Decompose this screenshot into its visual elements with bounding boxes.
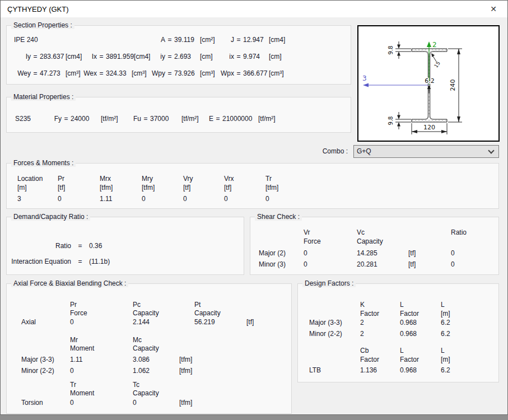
prop-value: 24000 xyxy=(71,115,101,123)
cell-value: 1.11 xyxy=(100,195,142,203)
design-factors-group: Design Factors : K L L Factor Factor [m]… xyxy=(297,283,499,382)
equals-sign: = xyxy=(234,53,243,60)
prop-value: 37000 xyxy=(150,115,181,123)
equals-sign: = xyxy=(213,115,222,123)
equals-sign: = xyxy=(165,36,174,44)
prop-Wex: Wex = 324.33 [cm³] xyxy=(80,69,147,77)
prop-value: 73.926 xyxy=(174,69,200,77)
forces-moments-group: Forces & Moments : Location Pr Mrx Mry V… xyxy=(6,163,499,209)
col-subheader: Force xyxy=(70,309,133,317)
bottom-flange-dimension xyxy=(395,112,411,129)
col-header: Tr xyxy=(70,381,133,389)
spacer xyxy=(259,228,304,236)
col-subheader: Force xyxy=(304,237,357,245)
titlebar[interactable]: ÇYTHYEDY (GKT) ✕ xyxy=(1,1,507,17)
ratio-value: 0.36 xyxy=(89,242,102,250)
web-thickness-label: 6.2 xyxy=(425,77,435,85)
cell-value: 2 xyxy=(360,319,400,326)
col-subheader: Capacity xyxy=(133,344,159,352)
col-subheader: Capacity xyxy=(194,309,221,317)
cell-value: 3 xyxy=(17,195,58,203)
cell-unit: [tf] xyxy=(408,260,451,268)
equals-sign: = xyxy=(31,53,40,60)
cell-value: 0 xyxy=(304,249,357,257)
prop-Fu: Fu = 37000 [tf/m²] xyxy=(128,115,199,123)
demand-capacity-group: Demand/Capacity Ratio : Ratio = 0.36 Int… xyxy=(6,217,244,275)
equals-sign: = xyxy=(97,69,106,77)
equals-sign: = xyxy=(31,69,40,77)
interaction-row: Interaction Equation = (11.1b) xyxy=(11,258,110,265)
axis-3-label: 3 xyxy=(362,74,367,82)
cell-value: 2 xyxy=(360,330,400,338)
cell-value: 0 xyxy=(224,195,265,203)
col-header: Pr xyxy=(58,175,100,183)
k-header-row: K L L xyxy=(309,301,445,309)
col-header: L xyxy=(400,301,441,309)
row-label: Major (3-3) xyxy=(21,356,70,363)
row-label: Minor (3) xyxy=(259,260,304,268)
cell-value: 6.2 xyxy=(441,330,450,338)
section-preview: 240 120 9.8 xyxy=(357,25,500,142)
combo-label: Combo : xyxy=(292,147,348,155)
cell-value: 6.2 xyxy=(441,366,450,374)
chevron-down-icon[interactable] xyxy=(488,147,494,153)
equals-sign: = xyxy=(71,258,89,265)
ratio-label: Ratio xyxy=(11,242,71,250)
col-header: Mrx xyxy=(100,175,142,183)
col-subheader: Moment xyxy=(70,389,133,397)
spacer xyxy=(408,228,451,236)
prop-unit: [cm] xyxy=(200,53,213,60)
shear-major-row: Major (2) 0 14.285 [tf] 0 xyxy=(259,249,455,257)
equals-sign: = xyxy=(71,242,89,250)
section-name: IPE 240 xyxy=(14,36,38,44)
shear-check-group: Shear Check : Vr Vc Ratio Force Capacity… xyxy=(250,217,499,275)
axial-subheader-row: Force Capacity Capacity xyxy=(21,309,221,317)
cell-value: 0 xyxy=(451,249,455,257)
prop-unit: [cm³] xyxy=(132,69,147,77)
cell-value: 0 xyxy=(265,195,269,203)
prop-unit: [cm³] xyxy=(269,69,284,77)
col-header: Location xyxy=(17,175,58,183)
spacer xyxy=(309,301,360,309)
spacer xyxy=(309,310,360,318)
col-subheader: [m] xyxy=(441,310,450,318)
prop-key: A xyxy=(148,36,165,44)
cell-value: 1.062 xyxy=(133,367,179,375)
col-header: Mc xyxy=(133,336,142,344)
dim-arrow xyxy=(397,122,400,127)
combo-select[interactable]: G+Q xyxy=(353,145,499,158)
col-header: Vrx xyxy=(224,175,265,183)
cell-value: 6.2 xyxy=(441,319,450,326)
col-header: K xyxy=(360,301,400,309)
prop-value: 324.33 xyxy=(106,69,132,77)
prop-unit: [cm²] xyxy=(200,36,215,44)
axis-3-arrow xyxy=(363,83,369,87)
prop-key: Iy xyxy=(14,53,31,60)
axial-bending-group: Axial Force & Biaxial Bending Check : Pr… xyxy=(6,283,292,414)
prop-key: Fu xyxy=(128,115,141,123)
axis-2-arrow xyxy=(427,41,431,47)
col-header: Vr xyxy=(304,228,357,236)
prop-value: 3891.959 xyxy=(106,53,134,60)
background-app-strip xyxy=(0,415,508,420)
design-major-row: Major (3-3) 2 0.968 6.2 xyxy=(309,319,450,326)
prop-key: Ix xyxy=(80,53,97,60)
material-grade: S235 xyxy=(15,115,31,123)
row-label: Torsion xyxy=(21,399,70,407)
prop-value: 12.947 xyxy=(243,36,269,44)
close-icon[interactable]: ✕ xyxy=(484,2,503,16)
prop-unit: [cm] xyxy=(269,53,282,60)
spacer xyxy=(21,389,70,397)
cell-value: 0.968 xyxy=(400,330,441,338)
col-header: Tr xyxy=(265,175,272,183)
width-label: 120 xyxy=(423,124,435,131)
col-header: Pr xyxy=(70,301,133,309)
fillet-radius-label: 15 xyxy=(433,60,441,69)
moment-subheader-row: Moment Capacity xyxy=(21,344,159,352)
shear-subheader-row: Force Capacity xyxy=(259,237,408,245)
dim-arrow xyxy=(457,116,460,122)
col-header: L xyxy=(441,347,445,354)
col-header: Vry xyxy=(183,175,224,183)
material-properties-title: Material Properties : xyxy=(11,93,76,101)
col-unit: [m] xyxy=(17,184,58,192)
